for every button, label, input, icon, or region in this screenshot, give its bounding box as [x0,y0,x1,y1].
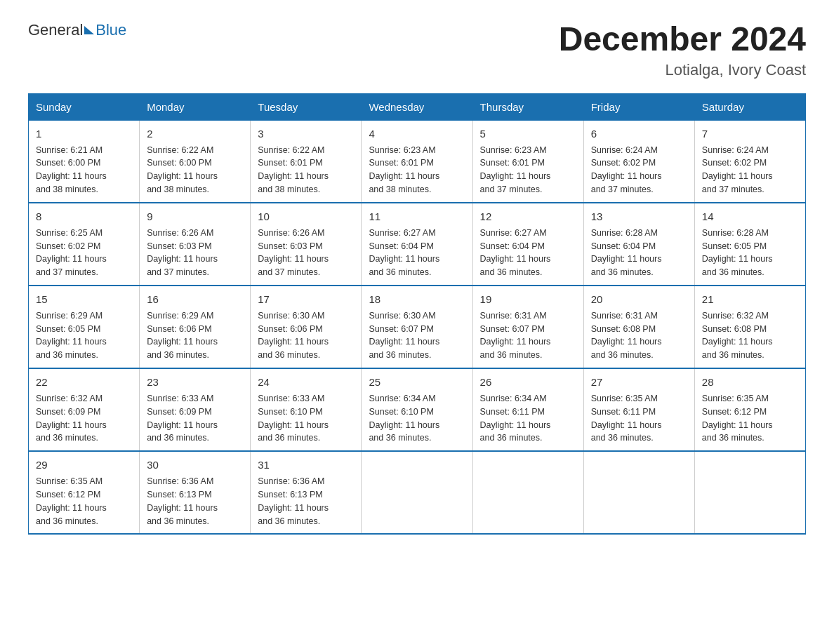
day-info: Sunrise: 6:27 AMSunset: 6:04 PMDaylight:… [369,228,439,278]
day-number: 27 [591,375,687,390]
day-number: 14 [702,209,798,224]
weekday-header-wednesday: Wednesday [362,93,472,120]
day-number: 29 [36,457,132,473]
day-number: 24 [258,375,354,390]
day-number: 30 [147,457,243,473]
day-info: Sunrise: 6:24 AMSunset: 6:02 PMDaylight:… [702,145,773,195]
day-info: Sunrise: 6:21 AMSunset: 6:00 PMDaylight:… [36,145,107,195]
calendar-cell: 1Sunrise: 6:21 AMSunset: 6:00 PMDaylight… [29,120,140,203]
day-info: Sunrise: 6:27 AMSunset: 6:04 PMDaylight:… [480,228,551,278]
calendar-table: SundayMondayTuesdayWednesdayThursdayFrid… [28,93,806,535]
page-header: General Blue December 2024 Lotialga, Ivo… [28,21,806,79]
calendar-cell [583,451,694,534]
weekday-header-thursday: Thursday [472,93,583,120]
day-info: Sunrise: 6:35 AMSunset: 6:12 PMDaylight:… [702,394,773,443]
weekday-header-saturday: Saturday [694,93,805,120]
day-info: Sunrise: 6:23 AMSunset: 6:01 PMDaylight:… [480,145,551,195]
logo-blue-text: Blue [95,21,126,39]
calendar-cell [694,451,805,534]
day-number: 7 [702,126,798,142]
day-info: Sunrise: 6:32 AMSunset: 6:08 PMDaylight:… [702,311,773,361]
calendar-cell: 26Sunrise: 6:34 AMSunset: 6:11 PMDayligh… [472,368,583,451]
calendar-cell: 12Sunrise: 6:27 AMSunset: 6:04 PMDayligh… [472,203,583,286]
calendar-cell: 19Sunrise: 6:31 AMSunset: 6:07 PMDayligh… [472,286,583,368]
day-number: 4 [369,126,465,142]
calendar-title: December 2024 [559,21,806,58]
day-number: 10 [258,209,354,224]
day-number: 28 [702,375,798,390]
day-info: Sunrise: 6:35 AMSunset: 6:11 PMDaylight:… [591,394,662,443]
day-info: Sunrise: 6:23 AMSunset: 6:01 PMDaylight:… [369,145,439,195]
calendar-cell [472,451,583,534]
day-number: 21 [702,292,798,307]
logo-general-text: General [28,21,83,39]
day-info: Sunrise: 6:35 AMSunset: 6:12 PMDaylight:… [36,476,107,526]
day-number: 19 [480,292,576,307]
day-info: Sunrise: 6:26 AMSunset: 6:03 PMDaylight:… [258,228,329,278]
calendar-cell: 3Sunrise: 6:22 AMSunset: 6:01 PMDaylight… [251,120,362,203]
day-number: 22 [36,375,132,390]
calendar-cell: 22Sunrise: 6:32 AMSunset: 6:09 PMDayligh… [29,368,140,451]
day-info: Sunrise: 6:33 AMSunset: 6:10 PMDaylight:… [258,394,329,443]
day-info: Sunrise: 6:33 AMSunset: 6:09 PMDaylight:… [147,394,218,443]
calendar-cell: 15Sunrise: 6:29 AMSunset: 6:05 PMDayligh… [29,286,140,368]
day-number: 6 [591,126,687,142]
day-info: Sunrise: 6:36 AMSunset: 6:13 PMDaylight:… [147,476,218,526]
day-number: 9 [147,209,243,224]
calendar-cell: 17Sunrise: 6:30 AMSunset: 6:06 PMDayligh… [251,286,362,368]
day-info: Sunrise: 6:30 AMSunset: 6:07 PMDaylight:… [369,311,439,361]
day-number: 16 [147,292,243,307]
day-number: 13 [591,209,687,224]
day-info: Sunrise: 6:30 AMSunset: 6:06 PMDaylight:… [258,311,329,361]
calendar-cell: 24Sunrise: 6:33 AMSunset: 6:10 PMDayligh… [251,368,362,451]
weekday-header-friday: Friday [583,93,694,120]
day-number: 15 [36,292,132,307]
calendar-cell: 14Sunrise: 6:28 AMSunset: 6:05 PMDayligh… [694,203,805,286]
calendar-cell: 2Sunrise: 6:22 AMSunset: 6:00 PMDaylight… [140,120,251,203]
calendar-cell: 11Sunrise: 6:27 AMSunset: 6:04 PMDayligh… [362,203,472,286]
day-info: Sunrise: 6:29 AMSunset: 6:06 PMDaylight:… [147,311,218,361]
day-number: 20 [591,292,687,307]
calendar-week-row: 15Sunrise: 6:29 AMSunset: 6:05 PMDayligh… [29,286,806,368]
day-number: 11 [369,209,465,224]
day-info: Sunrise: 6:26 AMSunset: 6:03 PMDaylight:… [147,228,218,278]
day-info: Sunrise: 6:29 AMSunset: 6:05 PMDaylight:… [36,311,107,361]
weekday-header-monday: Monday [140,93,251,120]
day-number: 23 [147,375,243,390]
calendar-cell: 27Sunrise: 6:35 AMSunset: 6:11 PMDayligh… [583,368,694,451]
calendar-cell: 21Sunrise: 6:32 AMSunset: 6:08 PMDayligh… [694,286,805,368]
calendar-cell: 30Sunrise: 6:36 AMSunset: 6:13 PMDayligh… [140,451,251,534]
calendar-cell: 29Sunrise: 6:35 AMSunset: 6:12 PMDayligh… [29,451,140,534]
day-number: 26 [480,375,576,390]
day-info: Sunrise: 6:28 AMSunset: 6:05 PMDaylight:… [702,228,773,278]
calendar-cell: 28Sunrise: 6:35 AMSunset: 6:12 PMDayligh… [694,368,805,451]
calendar-cell: 13Sunrise: 6:28 AMSunset: 6:04 PMDayligh… [583,203,694,286]
weekday-header-row: SundayMondayTuesdayWednesdayThursdayFrid… [29,93,806,120]
day-number: 31 [258,457,354,473]
calendar-cell [362,451,472,534]
weekday-header-tuesday: Tuesday [251,93,362,120]
calendar-cell: 7Sunrise: 6:24 AMSunset: 6:02 PMDaylight… [694,120,805,203]
calendar-cell: 23Sunrise: 6:33 AMSunset: 6:09 PMDayligh… [140,368,251,451]
calendar-week-row: 22Sunrise: 6:32 AMSunset: 6:09 PMDayligh… [29,368,806,451]
day-number: 18 [369,292,465,307]
weekday-header-sunday: Sunday [29,93,140,120]
day-info: Sunrise: 6:22 AMSunset: 6:01 PMDaylight:… [258,145,329,195]
calendar-cell: 20Sunrise: 6:31 AMSunset: 6:08 PMDayligh… [583,286,694,368]
day-info: Sunrise: 6:31 AMSunset: 6:07 PMDaylight:… [480,311,551,361]
calendar-cell: 6Sunrise: 6:24 AMSunset: 6:02 PMDaylight… [583,120,694,203]
calendar-cell: 8Sunrise: 6:25 AMSunset: 6:02 PMDaylight… [29,203,140,286]
logo: General Blue [28,21,126,39]
calendar-week-row: 1Sunrise: 6:21 AMSunset: 6:00 PMDaylight… [29,120,806,203]
day-number: 5 [480,126,576,142]
day-info: Sunrise: 6:34 AMSunset: 6:10 PMDaylight:… [369,394,439,443]
location-subtitle: Lotialga, Ivory Coast [559,61,806,79]
calendar-cell: 4Sunrise: 6:23 AMSunset: 6:01 PMDaylight… [362,120,472,203]
day-info: Sunrise: 6:28 AMSunset: 6:04 PMDaylight:… [591,228,662,278]
day-number: 1 [36,126,132,142]
day-info: Sunrise: 6:24 AMSunset: 6:02 PMDaylight:… [591,145,662,195]
day-number: 17 [258,292,354,307]
day-info: Sunrise: 6:25 AMSunset: 6:02 PMDaylight:… [36,228,107,278]
calendar-cell: 16Sunrise: 6:29 AMSunset: 6:06 PMDayligh… [140,286,251,368]
calendar-cell: 18Sunrise: 6:30 AMSunset: 6:07 PMDayligh… [362,286,472,368]
